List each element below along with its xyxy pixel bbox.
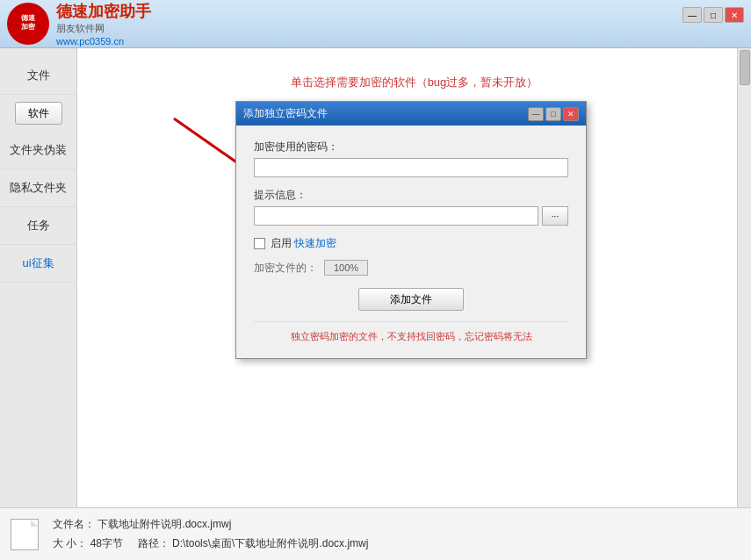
- main-layout: 文件 软件 文件夹伪装 隐私文件夹 任务 ui征集 单击选择需要加密的软件（bu…: [0, 48, 751, 507]
- hint-label: 提示信息：: [254, 188, 568, 203]
- scrollbar-thumb[interactable]: [740, 50, 750, 85]
- fast-encrypt-label: 启用 快速加密: [271, 236, 336, 251]
- status-bar: 文件名： 下载地址附件说明.docx.jmwj 大 小： 48字节 路径： D:…: [0, 507, 751, 560]
- password-row: [254, 158, 568, 177]
- sidebar: 文件 软件 文件夹伪装 隐私文件夹 任务 ui征集: [0, 48, 77, 507]
- path-label: 路径：: [138, 537, 170, 549]
- hint-input[interactable]: [254, 206, 538, 226]
- status-size-path: 大 小： 48字节 路径： D:\tools\桌面\下载地址附件说明.docx.…: [53, 535, 368, 554]
- minimize-button[interactable]: —: [682, 7, 702, 23]
- size-label: 大 小：: [53, 537, 87, 549]
- file-icon: [11, 519, 39, 550]
- app-logo: 德速 加密: [7, 3, 49, 45]
- fast-encrypt-row: 启用 快速加密: [254, 236, 568, 251]
- dialog-maximize-btn[interactable]: □: [545, 107, 561, 121]
- app-title: 德速加密助手: [56, 1, 151, 22]
- progress-label: 加密文件的：: [254, 261, 317, 276]
- dialog-title: 添加独立密码文件: [243, 106, 328, 121]
- title-text-block: 德速加密助手 朋友软件网 www.pc0359.cn: [56, 1, 151, 47]
- add-file-dialog: 添加独立密码文件 — □ ✕ 加密使用的密码： 提示信息： ···: [235, 101, 587, 359]
- sidebar-item-folder-disguise[interactable]: 文件夹伪装: [0, 132, 76, 169]
- svg-text:德速: 德速: [20, 14, 36, 22]
- sidebar-item-task[interactable]: 任务: [0, 207, 76, 245]
- dots-button[interactable]: ···: [542, 206, 568, 226]
- sidebar-item-ui-collect[interactable]: ui征集: [0, 245, 76, 283]
- software-button[interactable]: 软件: [15, 102, 62, 125]
- password-label: 加密使用的密码：: [254, 140, 568, 154]
- title-bar: 德速 加密 德速加密助手 朋友软件网 www.pc0359.cn — □ ✕: [0, 0, 751, 48]
- hint-row: ···: [254, 206, 568, 226]
- add-file-button[interactable]: 添加文件: [358, 288, 464, 311]
- dialog-warning: 独立密码加密的文件，不支持找回密码，忘记密码将无法: [254, 321, 568, 344]
- password-input[interactable]: [254, 158, 568, 177]
- maximize-button[interactable]: □: [704, 7, 723, 23]
- dialog-close-btn[interactable]: ✕: [563, 107, 579, 121]
- progress-row: 加密文件的：: [254, 260, 568, 276]
- filename-label: 文件名：: [53, 518, 95, 530]
- dialog-win-controls: — □ ✕: [528, 107, 579, 121]
- sidebar-item-private-folder[interactable]: 隐私文件夹: [0, 169, 76, 207]
- svg-text:加密: 加密: [20, 22, 36, 31]
- app-url: www.pc0359.cn: [56, 36, 151, 47]
- fast-encrypt-link[interactable]: 快速加密: [294, 237, 336, 249]
- size-value: 48字节: [90, 537, 123, 549]
- dialog-title-bar: 添加独立密码文件 — □ ✕: [236, 102, 586, 126]
- status-filename: 文件名： 下载地址附件说明.docx.jmwj: [53, 515, 368, 535]
- window-controls: — □ ✕: [682, 7, 744, 23]
- status-info: 文件名： 下载地址附件说明.docx.jmwj 大 小： 48字节 路径： D:…: [53, 515, 368, 553]
- filename-value: 下载地址附件说明.docx.jmwj: [97, 518, 231, 530]
- progress-input[interactable]: [324, 260, 368, 276]
- content-area: 单击选择需要加密的软件（bug过多，暂未开放） 添加独立密码文件 — □ ✕: [77, 48, 751, 507]
- path-value: D:\tools\桌面\下载地址附件说明.docx.jmwj: [172, 537, 368, 549]
- scrollbar-right[interactable]: [737, 48, 751, 507]
- app-subtitle: 朋友软件网: [56, 22, 151, 35]
- dialog-body: 加密使用的密码： 提示信息： ··· 启用 快速加密 加密文件的：: [236, 126, 586, 358]
- dialog-minimize-btn[interactable]: —: [528, 107, 544, 121]
- sidebar-item-file: 文件: [0, 57, 76, 95]
- content-hint: 单击选择需要加密的软件（bug过多，暂未开放）: [95, 75, 733, 90]
- close-button[interactable]: ✕: [725, 7, 744, 23]
- fast-encrypt-checkbox[interactable]: [254, 238, 265, 249]
